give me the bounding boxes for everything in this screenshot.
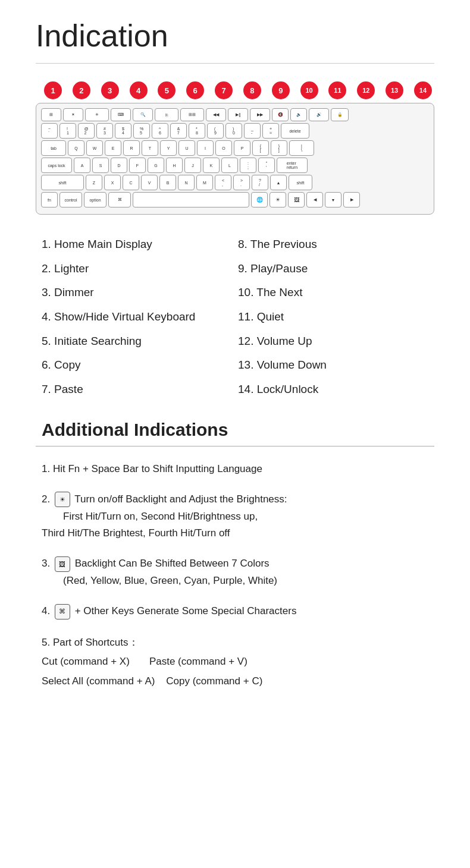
key-n: N	[178, 175, 195, 190]
key-comma: <,	[215, 175, 231, 190]
badge-8: 8	[243, 81, 261, 99]
badge-12: 12	[357, 81, 375, 99]
key-d: D	[111, 158, 127, 173]
key-fn: fn	[41, 192, 58, 207]
indication-7: 7. Paste	[42, 378, 238, 402]
key-copy: ⎘	[155, 108, 178, 121]
badge-14: 14	[414, 81, 432, 99]
additional-section: Additional Indications 1. Hit Fn + Space…	[36, 420, 434, 691]
key-quote: "'	[258, 158, 275, 173]
key-lbracket: {[	[252, 140, 269, 156]
key-kb: ⌨	[111, 108, 131, 121]
key-caps: caps lock	[41, 158, 72, 173]
indication-13: 13. Volume Down	[238, 353, 434, 378]
key-x: X	[104, 175, 121, 190]
key-leftarrow: ◀	[306, 192, 323, 207]
indications-list: 1. Home Main Display 8. The Previous 2. …	[36, 232, 434, 402]
shortcut-paste: Paste (command + V)	[149, 656, 247, 667]
key-b: B	[159, 175, 176, 190]
key-semi: :;	[240, 158, 256, 173]
key-minus: _-	[244, 123, 261, 139]
shortcuts-title: 5. Part of Shortcuts：	[42, 633, 434, 652]
key-z: Z	[86, 175, 102, 190]
key-6: ^6	[152, 123, 168, 139]
key-2: @2	[78, 123, 95, 139]
key-uparrow: ▲	[270, 175, 287, 190]
key-q: Q	[68, 140, 84, 156]
key-rightarrow: ▶	[343, 192, 360, 207]
key-lshift: shift	[41, 175, 84, 190]
key-v: V	[141, 175, 158, 190]
key-c: C	[123, 175, 139, 190]
badge-11: 11	[328, 81, 346, 99]
shortcuts-row-1: Cut (command + X) Paste (command + V)	[42, 652, 434, 671]
key-rshift: shift	[289, 175, 312, 190]
key-color: 🖼	[288, 192, 305, 207]
key-l: L	[221, 158, 238, 173]
additional-item-3-detail: (Red, Yellow, Blue, Green, Cyan, Purple,…	[42, 575, 277, 586]
key-w: W	[86, 140, 103, 156]
key-slash: ?/	[252, 175, 268, 190]
key-k: K	[203, 158, 220, 173]
badge-10: 10	[300, 81, 318, 99]
indication-6: 6. Copy	[42, 353, 238, 378]
badge-3: 3	[101, 81, 119, 99]
indication-9: 9. Play/Pause	[238, 257, 434, 281]
key-cmd-left: ⌘	[108, 192, 131, 207]
additional-item-2: 2. ☀ Turn on/off Backlight and Adjust th…	[36, 491, 434, 543]
key-y: Y	[160, 140, 177, 156]
key-home: ⊞	[41, 108, 61, 121]
keyboard-section: 1 2 3 4 5 6 7 8 9 10 11 12 13 14 ⊞ ✶ ✳ ⌨…	[36, 81, 434, 215]
kb-row-zxcv: shift Z X C V B N M <, >. ?/ ▲ shift	[41, 175, 429, 190]
key-lock: 🔒	[331, 108, 349, 121]
badge-13: 13	[386, 81, 403, 99]
page-title: Indication	[36, 18, 434, 54]
key-paste: ⊞⊞	[180, 108, 204, 121]
key-rbracket: }]	[271, 140, 287, 156]
key-globe: 🌐	[251, 192, 268, 207]
key-next: ▶▶	[250, 108, 270, 121]
key-m: M	[196, 175, 213, 190]
key-tab: tab	[41, 140, 66, 156]
additional-item-1: 1. Hit Fn + Space Bar to Shift Inputting…	[36, 461, 434, 478]
additional-item-2-detail: First Hit/Turn on, Second Hit/Brightness…	[42, 511, 258, 539]
key-delete: delete	[281, 123, 309, 139]
key-s: S	[92, 158, 109, 173]
shortcut-copy: Copy (command + C)	[166, 675, 262, 687]
key-g: G	[148, 158, 164, 173]
color-key-icon: 🖼	[55, 556, 70, 572]
badge-9: 9	[272, 81, 290, 99]
shortcut-selectall: Select All (command + A)	[42, 675, 155, 687]
key-o: O	[215, 140, 232, 156]
key-quiet: 🔇	[272, 108, 289, 121]
badge-5: 5	[158, 81, 176, 99]
shortcut-cut: Cut (command + X)	[42, 656, 130, 667]
kb-row-qwerty: tab Q W E R T Y U I O P {[ }] |\	[41, 140, 429, 156]
additional-item-4: 4. ⌘ + Other Keys Generate Some Special …	[36, 603, 434, 620]
indication-12: 12. Volume Up	[238, 329, 434, 354]
key-search: 🔍	[133, 108, 153, 121]
key-8: *8	[189, 123, 205, 139]
key-a: A	[74, 158, 90, 173]
key-downarrow: ▼	[325, 192, 341, 207]
key-enter: enterreturn	[277, 158, 308, 173]
indication-11: 11. Quiet	[238, 305, 434, 329]
badge-4: 4	[130, 81, 148, 99]
key-space	[133, 192, 249, 207]
badge-6: 6	[186, 81, 204, 99]
key-j: J	[184, 158, 201, 173]
key-prev: ◀◀	[206, 108, 226, 121]
key-t: T	[142, 140, 158, 156]
kb-row-asdf: caps lock A S D F G H J K L :; "' enterr…	[41, 158, 429, 173]
key-plus: +=	[262, 123, 279, 139]
key-r: R	[123, 140, 140, 156]
key-u: U	[178, 140, 195, 156]
kb-row-bottom: fn control option ⌘ 🌐 ☀ 🖼 ◀ ▼ ▶	[41, 192, 429, 207]
key-7: &7	[170, 123, 187, 139]
indication-5: 5. Initiate Searching	[42, 329, 238, 354]
indication-10: 10. The Next	[238, 281, 434, 305]
key-1: !1	[59, 123, 76, 139]
key-volup: 🔉	[290, 108, 307, 121]
additional-item-3: 3. 🖼 Backlight Can Be Shifted Between 7 …	[36, 555, 434, 590]
kb-row-numbers: ~` !1 @2 #3 $4 %5 ^6 &7 *8 (9 )0 _- += d…	[41, 123, 429, 139]
